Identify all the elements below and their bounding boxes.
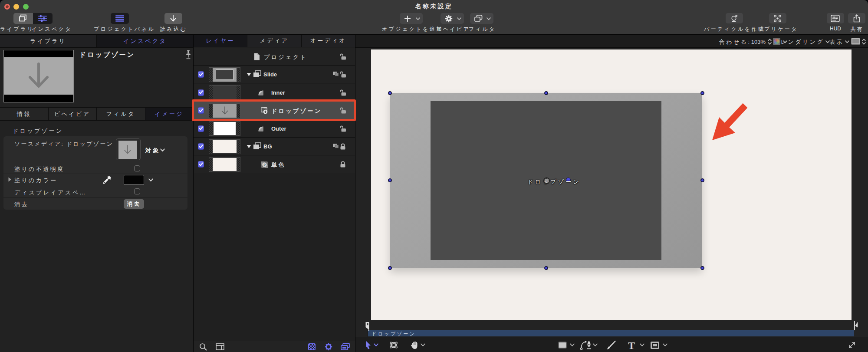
svg-text:2: 2 — [263, 163, 266, 167]
